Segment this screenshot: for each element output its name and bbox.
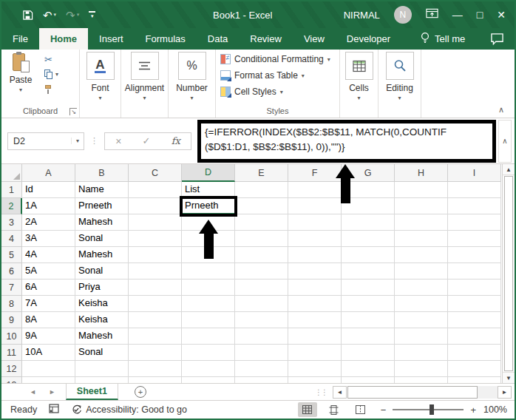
cell-D13[interactable] — [182, 377, 235, 383]
cell-A12[interactable] — [22, 361, 75, 377]
cell-B4[interactable]: Sonal — [75, 231, 129, 247]
cell-A13[interactable] — [22, 377, 75, 383]
cell-E3[interactable] — [235, 214, 288, 231]
cell-H8[interactable] — [395, 296, 448, 312]
column-header-f[interactable]: F — [288, 164, 342, 182]
cell-I5[interactable] — [448, 247, 501, 263]
cell-B2[interactable]: Prneeth — [75, 198, 129, 214]
number-group-button[interactable]: % Number ▾ — [169, 50, 216, 118]
cell-G5[interactable] — [342, 247, 395, 263]
cell-E10[interactable] — [235, 328, 288, 345]
tab-formulas[interactable]: Formulas — [135, 28, 197, 50]
cell-C1[interactable] — [129, 182, 182, 198]
new-sheet-button[interactable]: + — [135, 386, 146, 398]
sheet-tab-sheet1[interactable]: Sheet1 — [66, 384, 118, 400]
column-header-a[interactable]: A — [22, 164, 75, 182]
cell-B12[interactable] — [75, 361, 129, 377]
cell-F12[interactable] — [288, 361, 342, 377]
cell-D11[interactable] — [182, 345, 235, 361]
cell-H10[interactable] — [395, 328, 448, 345]
cell-E8[interactable] — [235, 296, 288, 312]
cell-H2[interactable] — [395, 198, 448, 214]
vertical-scrollbar[interactable]: ▲ ▼ — [502, 164, 515, 383]
row-header-13[interactable]: 13 — [1, 377, 22, 383]
cell-F8[interactable] — [288, 296, 342, 312]
scroll-left-icon[interactable]: ◄ — [333, 386, 347, 399]
cell-I3[interactable] — [448, 214, 501, 231]
cell-I1[interactable] — [448, 182, 501, 198]
cell-E4[interactable] — [235, 231, 288, 247]
cell-B6[interactable]: Sonal — [75, 263, 129, 280]
cell-A3[interactable]: 2A — [22, 214, 75, 231]
conditional-formatting-button[interactable]: Conditional Formatting▾ — [220, 52, 339, 67]
accessibility-status[interactable]: Accessibility: Good to go — [71, 404, 187, 416]
cell-F1[interactable] — [288, 182, 342, 198]
ribbon-display-options-icon[interactable] — [426, 8, 438, 21]
cell-A1[interactable]: Id — [22, 182, 75, 198]
cell-C10[interactable] — [129, 328, 182, 345]
cell-E7[interactable] — [235, 280, 288, 296]
cell-G6[interactable] — [342, 263, 395, 280]
scroll-right-icon[interactable]: ► — [498, 386, 512, 399]
cells-group-button[interactable]: Cells ▾ — [340, 50, 378, 118]
cancel-icon[interactable]: × — [115, 135, 121, 147]
cell-C4[interactable] — [129, 231, 182, 247]
cell-D6[interactable] — [182, 263, 235, 280]
cell-C11[interactable] — [129, 345, 182, 361]
cell-H4[interactable] — [395, 231, 448, 247]
zoom-slider[interactable] — [393, 409, 464, 410]
cell-I10[interactable] — [448, 328, 501, 345]
cell-E2[interactable] — [235, 198, 288, 214]
cell-B11[interactable]: Sonal — [75, 345, 129, 361]
tab-insert[interactable]: Insert — [88, 28, 135, 50]
cell-D7[interactable] — [182, 280, 235, 296]
cell-B9[interactable]: Keisha — [75, 312, 129, 328]
cell-C2[interactable] — [129, 198, 182, 214]
copy-button[interactable]: ▾ — [44, 69, 58, 80]
row-header-7[interactable]: 7 — [1, 280, 22, 296]
column-header-b[interactable]: B — [75, 164, 129, 182]
cell-D12[interactable] — [182, 361, 235, 377]
cell-A11[interactable]: 10A — [22, 345, 75, 361]
cell-H7[interactable] — [395, 280, 448, 296]
comment-button[interactable] — [490, 28, 504, 50]
cell-C13[interactable] — [129, 377, 182, 383]
format-as-table-button[interactable]: Format as Table▾ — [220, 68, 339, 83]
enter-icon[interactable]: ✓ — [143, 135, 151, 146]
cell-H13[interactable] — [395, 377, 448, 383]
cell-B3[interactable]: Mahesh — [75, 214, 129, 231]
row-header-2[interactable]: 2 — [1, 198, 22, 214]
cell-G11[interactable] — [342, 345, 395, 361]
horizontal-scrollbar-thumb[interactable] — [347, 386, 478, 399]
column-header-i[interactable]: I — [448, 164, 501, 182]
row-header-12[interactable]: 12 — [1, 361, 22, 377]
cut-button[interactable]: ✂ — [44, 54, 58, 65]
horizontal-scrollbar[interactable]: ◄ ► — [333, 386, 512, 399]
normal-view-button[interactable] — [298, 402, 317, 417]
cell-D9[interactable] — [182, 312, 235, 328]
cell-F2[interactable] — [288, 198, 342, 214]
chevron-down-icon[interactable]: ▾ — [71, 138, 84, 144]
cell-G3[interactable] — [342, 214, 395, 231]
cell-G13[interactable] — [342, 377, 395, 383]
scroll-up-icon[interactable]: ▲ — [503, 164, 515, 175]
expand-formula-bar-icon[interactable]: ∧ — [498, 120, 512, 163]
clipboard-dialog-launcher-icon[interactable]: ↘ — [69, 108, 77, 115]
cell-I9[interactable] — [448, 312, 501, 328]
row-header-5[interactable]: 5 — [1, 247, 22, 263]
column-header-h[interactable]: H — [395, 164, 448, 182]
cell-A10[interactable]: 9A — [22, 328, 75, 345]
cell-I7[interactable] — [448, 280, 501, 296]
page-layout-view-button[interactable] — [325, 402, 344, 417]
zoom-out-button[interactable]: − — [381, 404, 387, 416]
cell-B13[interactable] — [75, 377, 129, 383]
cell-I13[interactable] — [448, 377, 501, 383]
tab-developer[interactable]: Developer — [336, 28, 401, 50]
avatar[interactable]: N — [394, 6, 412, 24]
next-sheet-icon[interactable]: ► — [49, 388, 55, 396]
format-painter-button[interactable] — [44, 84, 58, 95]
editing-group-button[interactable]: Editing ▾ — [378, 50, 421, 118]
zoom-slider-thumb[interactable] — [430, 404, 434, 415]
cell-C8[interactable] — [129, 296, 182, 312]
vertical-scrollbar-thumb[interactable] — [504, 176, 513, 371]
